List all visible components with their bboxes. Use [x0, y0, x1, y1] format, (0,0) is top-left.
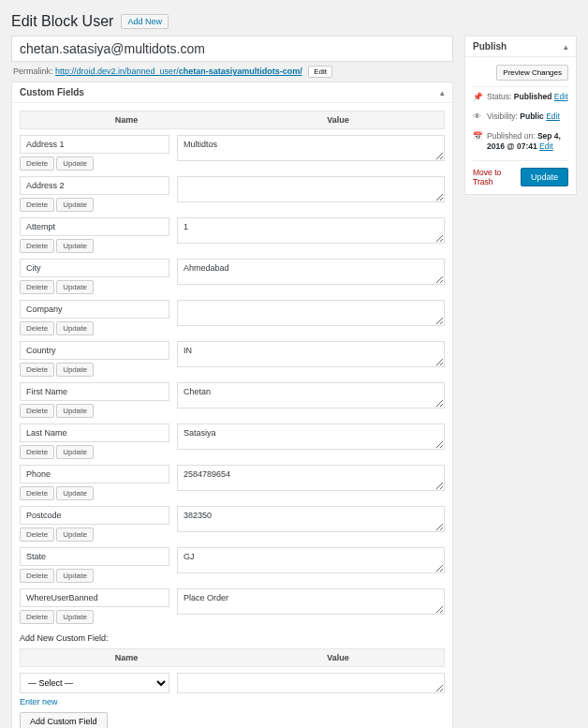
col-header-name-2: Name	[21, 649, 232, 666]
cf-update-button[interactable]: Update	[56, 486, 94, 500]
edit-status-link[interactable]: Edit	[554, 92, 568, 101]
eye-icon: 👁	[473, 111, 482, 122]
cf-name-input[interactable]	[20, 259, 169, 277]
cf-row: DeleteUpdate	[20, 176, 445, 212]
cf-delete-button[interactable]: Delete	[20, 198, 54, 212]
cf-name-input[interactable]	[20, 465, 169, 483]
panel-toggle-icon[interactable]: ▴	[564, 42, 568, 52]
add-new-button[interactable]: Add New	[121, 14, 169, 29]
cf-name-input[interactable]	[20, 506, 169, 525]
cf-value-textarea[interactable]	[177, 506, 445, 532]
cf-row: DeleteUpdate	[20, 547, 445, 583]
add-custom-field-button[interactable]: Add Custom Field	[20, 712, 108, 728]
cf-name-input[interactable]	[20, 588, 169, 607]
edit-visibility-link[interactable]: Edit	[546, 111, 560, 121]
cf-row: DeleteUpdate	[20, 259, 445, 294]
post-title-input[interactable]	[11, 36, 453, 62]
cf-update-button[interactable]: Update	[56, 198, 94, 212]
cf-name-input[interactable]	[20, 423, 169, 442]
preview-changes-button[interactable]: Preview Changes	[496, 65, 568, 81]
permalink-link[interactable]: http://droid.dev2.in/banned_user/chetan-…	[55, 67, 302, 76]
publish-panel: Publish ▴ Preview Changes 📌 Status: Publ…	[464, 36, 577, 195]
edit-slug-button[interactable]: Edit	[308, 66, 332, 78]
cf-name-input[interactable]	[20, 176, 169, 195]
col-header-value-2: Value	[232, 649, 444, 666]
cf-row: DeleteUpdate	[20, 300, 445, 335]
cf-delete-button[interactable]: Delete	[20, 445, 54, 459]
publish-title: Publish	[473, 41, 507, 52]
cf-delete-button[interactable]: Delete	[20, 156, 54, 171]
cf-row: DeleteUpdate	[20, 382, 445, 418]
cf-row: DeleteUpdate	[20, 588, 445, 624]
cf-name-input[interactable]	[20, 341, 169, 360]
cf-row: DeleteUpdate	[20, 506, 445, 542]
cf-value-textarea[interactable]	[177, 341, 445, 367]
cf-delete-button[interactable]: Delete	[20, 527, 54, 542]
cf-value-textarea[interactable]	[177, 588, 445, 615]
cf-value-textarea[interactable]	[177, 465, 445, 491]
cf-new-value-textarea[interactable]	[177, 673, 445, 693]
cf-row: DeleteUpdate	[20, 217, 445, 253]
cf-name-select[interactable]: — Select —	[20, 673, 169, 693]
col-header-name: Name	[21, 111, 232, 128]
cf-row: DeleteUpdate	[20, 465, 445, 500]
cf-delete-button[interactable]: Delete	[20, 486, 54, 500]
custom-fields-panel: Custom Fields ▴ Name Value DeleteUpdateD…	[11, 82, 453, 728]
cf-value-textarea[interactable]	[177, 217, 445, 244]
cf-value-textarea[interactable]	[177, 300, 445, 326]
cf-delete-button[interactable]: Delete	[20, 321, 54, 335]
add-new-cf-label: Add New Custom Field:	[20, 633, 445, 643]
cf-delete-button[interactable]: Delete	[20, 569, 54, 583]
cf-name-input[interactable]	[20, 300, 169, 319]
cf-update-button[interactable]: Update	[56, 321, 94, 335]
cf-name-input[interactable]	[20, 547, 169, 566]
calendar-icon: 📅	[473, 131, 482, 141]
move-to-trash-link[interactable]: Move to Trash	[473, 168, 521, 186]
cf-update-button[interactable]: Update	[56, 527, 94, 542]
pin-icon: 📌	[473, 92, 482, 102]
cf-update-button[interactable]: Update	[56, 569, 94, 583]
cf-delete-button[interactable]: Delete	[20, 280, 54, 294]
cf-delete-button[interactable]: Delete	[20, 239, 54, 253]
col-header-value: Value	[232, 111, 444, 128]
permalink-row: Permalink: http://droid.dev2.in/banned_u…	[11, 62, 453, 82]
cf-delete-button[interactable]: Delete	[20, 610, 54, 624]
cf-name-input[interactable]	[20, 382, 169, 401]
cf-value-textarea[interactable]	[177, 176, 445, 202]
cf-update-button[interactable]: Update	[56, 239, 94, 253]
cf-update-button[interactable]: Update	[56, 445, 94, 459]
cf-value-textarea[interactable]	[177, 135, 445, 161]
cf-row: DeleteUpdate	[20, 135, 445, 171]
cf-delete-button[interactable]: Delete	[20, 404, 54, 418]
cf-update-button[interactable]: Update	[56, 156, 94, 171]
permalink-label: Permalink:	[13, 67, 53, 76]
enter-new-link[interactable]: Enter new	[20, 697, 58, 706]
panel-toggle-icon[interactable]: ▴	[440, 88, 445, 97]
cf-update-button[interactable]: Update	[56, 404, 94, 418]
cf-value-textarea[interactable]	[177, 423, 445, 450]
cf-value-textarea[interactable]	[177, 547, 445, 573]
update-button[interactable]: Update	[521, 168, 568, 186]
cf-value-textarea[interactable]	[177, 382, 445, 409]
cf-name-input[interactable]	[20, 135, 169, 154]
cf-update-button[interactable]: Update	[56, 610, 94, 624]
page-title: Edit Block User	[11, 13, 113, 30]
cf-value-textarea[interactable]	[177, 259, 445, 285]
cf-row: DeleteUpdate	[20, 341, 445, 377]
cf-delete-button[interactable]: Delete	[20, 363, 54, 377]
cf-row: DeleteUpdate	[20, 423, 445, 459]
cf-update-button[interactable]: Update	[56, 363, 94, 377]
custom-fields-title: Custom Fields	[20, 87, 84, 97]
edit-date-link[interactable]: Edit	[539, 141, 553, 151]
cf-name-input[interactable]	[20, 217, 169, 236]
cf-update-button[interactable]: Update	[56, 280, 94, 294]
